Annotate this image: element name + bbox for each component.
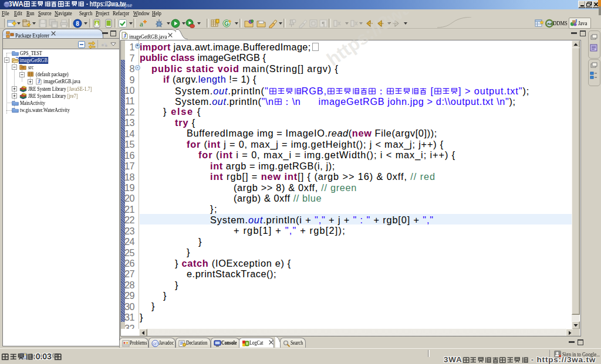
svg-text:a: a bbox=[140, 19, 143, 28]
svg-text:@: @ bbox=[153, 341, 157, 346]
svg-text:J: J bbox=[575, 19, 577, 24]
svg-text:J: J bbox=[123, 33, 126, 39]
svg-text:G: G bbox=[224, 21, 229, 27]
svg-text:J: J bbox=[38, 80, 40, 85]
svg-text:8: 8 bbox=[76, 21, 79, 27]
svg-text:¶: ¶ bbox=[322, 20, 325, 27]
